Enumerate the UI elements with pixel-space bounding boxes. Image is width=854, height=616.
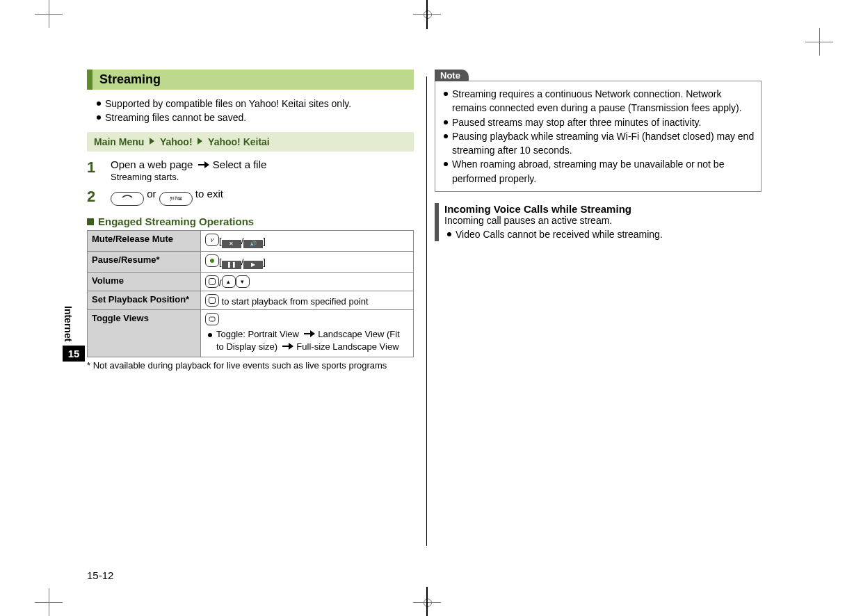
op-value: / (201, 272, 414, 291)
note-item: When roaming abroad, streaming may be un… (444, 157, 755, 186)
mute-icon: ✕ (222, 240, 241, 248)
right-column: Note Streaming requires a continuous Net… (435, 70, 762, 371)
sub-heading-text: Engaged Streaming Operations (98, 216, 254, 227)
nav-key-icon (205, 294, 219, 307)
table-row: Pause/Resume* [❚❚/▶] (88, 251, 414, 272)
side-down-key-icon (236, 275, 250, 288)
menu-path: Main Menu Yahoo! Yahoo! Keitai (87, 132, 414, 152)
note-item: Streaming requires a continuous Network … (444, 87, 755, 115)
step-number: 2 (87, 188, 101, 206)
note-item: Paused streams may stop after three minu… (444, 115, 755, 129)
note-box: Streaming requires a continuous Network … (435, 81, 762, 192)
chevron-right-icon (198, 138, 202, 145)
chapter-tab: Internet 15 (63, 306, 85, 362)
op-name: Toggle Views (88, 309, 201, 357)
sub-heading: Engaged Streaming Operations (87, 216, 414, 227)
note-item: Pausing playback while streaming via Wi-… (444, 129, 755, 158)
op-name: Volume (88, 272, 201, 291)
unmute-icon: 🔊 (243, 240, 263, 248)
step-2: 2 or ｸﾘｱ/⊠ to exit (87, 188, 414, 206)
menu-path-segment: Yahoo! Keitai (208, 136, 270, 147)
step-text: to exit (195, 188, 223, 200)
info-bullet: Video Calls cannot be received while str… (447, 227, 762, 241)
step-text: or (147, 188, 159, 200)
op-name: Mute/Release Mute (88, 230, 201, 251)
section-heading: Streaming (87, 70, 414, 90)
table-row: Set Playback Position* to start playback… (88, 291, 414, 309)
page-number: 15-12 (87, 569, 113, 581)
arrow-right-icon (304, 333, 314, 334)
center-key-icon (205, 254, 219, 267)
op-text: to start playback from specified point (219, 296, 369, 307)
op-value: [❚❚/▶] (201, 251, 414, 272)
table-row: Toggle Views Toggle: Portrait View Lands… (88, 309, 414, 357)
op-value: to start playback from specified point (201, 291, 414, 309)
info-title: Incoming Voice Calls while Streaming (444, 203, 762, 215)
op-name: Pause/Resume* (88, 251, 201, 272)
clear-key-icon: ｸﾘｱ/⊠ (159, 192, 193, 206)
note-label: Note (435, 70, 469, 81)
arrow-right-icon (282, 346, 292, 347)
table-row: Mute/Release Mute [✕/🔊] (88, 230, 414, 251)
play-icon: ▶ (243, 261, 263, 269)
square-bullet-icon (87, 218, 94, 225)
step-number: 1 (87, 159, 101, 177)
step-text: Select a file (213, 159, 267, 170)
end-call-key-icon (111, 192, 144, 206)
op-value: [✕/🔊] (201, 230, 414, 251)
intro-bullet: Supported by compatible files on Yahoo! … (97, 97, 414, 111)
step-text: Open a web page (111, 159, 193, 170)
op-name: Set Playback Position* (88, 291, 201, 309)
step-subtext: Streaming starts. (111, 172, 414, 182)
chevron-right-icon (150, 138, 154, 145)
step-1: 1 Open a web page Select a file Streamin… (87, 159, 414, 182)
camera-key-icon (205, 313, 219, 325)
menu-path-segment: Yahoo! (160, 136, 193, 147)
operations-table: Mute/Release Mute [✕/🔊] Pause/Resume* [❚… (87, 230, 414, 358)
side-up-key-icon (222, 275, 236, 288)
chapter-label: Internet (63, 306, 74, 341)
info-block: Incoming Voice Calls while Streaming Inc… (435, 203, 762, 241)
nav-key-icon (205, 275, 219, 288)
table-footnote: * Not available during playback for live… (87, 360, 414, 371)
info-sub: Incoming call pauses an active stream. (444, 215, 762, 226)
op-text: Toggle: Portrait View Landscape View (Fi… (208, 328, 409, 355)
left-column: Streaming Supported by compatible files … (87, 70, 414, 371)
chapter-number: 15 (63, 346, 85, 362)
arrow-right-icon (198, 164, 208, 165)
menu-path-segment: Main Menu (94, 136, 144, 147)
table-row: Volume / (88, 272, 414, 291)
intro-bullets: Supported by compatible files on Yahoo! … (87, 97, 414, 125)
pause-icon: ❚❚ (222, 261, 241, 269)
y-key-icon (205, 234, 219, 246)
op-value: Toggle: Portrait View Landscape View (Fi… (201, 309, 414, 357)
intro-bullet: Streaming files cannot be saved. (97, 111, 414, 124)
